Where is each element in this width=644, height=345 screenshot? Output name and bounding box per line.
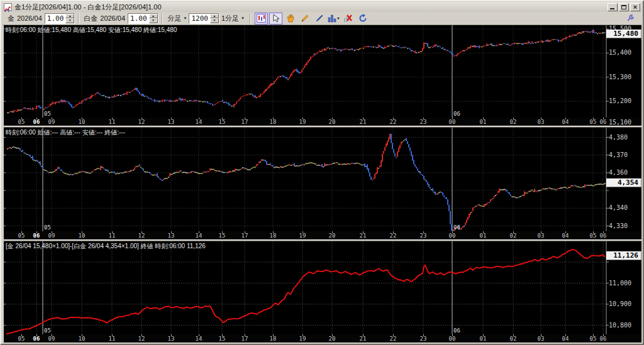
- platinum-pane[interactable]: 時刻:06:00 始値:--- 高値:--- 安値:--- 終値:--- 050…: [4, 128, 641, 239]
- platinum-multiplier-spinner[interactable]: 1.00 ▲▼: [128, 13, 158, 24]
- gold-ohlc-header: 時刻:06:00 始値:15,480 高値:15,480 安値:15,480 終…: [6, 26, 177, 35]
- time-axis-label: 22: [386, 119, 400, 125]
- time-axis-label: 20: [325, 233, 339, 239]
- time-axis-label: 00: [445, 336, 459, 342]
- pen-draw-button[interactable]: [313, 13, 326, 25]
- platinum-multiplier-value[interactable]: 1.00: [128, 14, 149, 23]
- price-axis-label: 11,000: [609, 280, 640, 287]
- time-axis-label: 19: [296, 233, 309, 239]
- platinum-label: 白金: [84, 14, 97, 23]
- gold-multiplier-value[interactable]: 1.00: [45, 14, 66, 23]
- time-axis-label: 02: [506, 233, 520, 239]
- time-axis-label: 02: [506, 336, 520, 342]
- time-axis-label: 17: [238, 119, 252, 125]
- pencil-icon: [301, 14, 309, 23]
- kline-settings-button[interactable]: [255, 13, 268, 25]
- time-axis-label: 15: [215, 233, 229, 239]
- gold-multiplier-down[interactable]: ▼: [65, 18, 74, 23]
- date-marker: 06: [453, 111, 460, 117]
- time-axis-label: 10: [75, 336, 89, 342]
- interval-count-down[interactable]: ▼: [210, 18, 219, 23]
- time-axis-label: 06: [596, 233, 610, 239]
- date-marker: 05: [44, 224, 51, 231]
- date-marker: 06: [453, 327, 460, 334]
- spread-line-plot[interactable]: [4, 241, 641, 334]
- chevron-down-icon: ▼: [184, 16, 187, 20]
- price-axis-label: 15,400: [609, 50, 640, 56]
- time-axis-label: 04: [558, 233, 572, 239]
- interval-selected-dropdown[interactable]: 1分足 ▼: [219, 13, 247, 24]
- time-axis-label: 06: [30, 233, 43, 239]
- interval-type-label: 分足: [168, 14, 182, 23]
- price-axis-label: 4,380: [609, 134, 640, 141]
- toolbar-separator: [78, 13, 79, 24]
- chart-area[interactable]: 時刻:06:00 始値:15,480 高値:15,480 安値:15,480 終…: [4, 25, 641, 342]
- wrench-settings-button[interactable]: [623, 13, 636, 25]
- time-axis-label: 05: [14, 119, 28, 125]
- window-title: 金1分足[2026/04]1.00 - 白金1分足[2026/04]1.00: [14, 3, 162, 11]
- time-axis-label: 03: [534, 119, 548, 125]
- cursor-icon: [272, 14, 280, 23]
- spread-header: [金 26/04 15,480×1.00]-[白金 26/04 4,354×1.…: [6, 242, 206, 251]
- time-axis-label: 05: [14, 233, 28, 239]
- time-axis-label: 15: [215, 119, 229, 125]
- time-axis-label: 10: [75, 233, 89, 239]
- price-axis-label: 4,370: [609, 152, 640, 158]
- time-axis-label: 22: [386, 233, 400, 239]
- maximize-button[interactable]: [619, 3, 629, 11]
- platinum-contract-month: 2026/04: [100, 14, 125, 22]
- select-cursor-button[interactable]: [269, 13, 282, 25]
- date-marker: 05: [44, 327, 51, 334]
- spread-pane[interactable]: [金 26/04 15,480×1.00]-[白金 26/04 4,354×1.…: [4, 241, 641, 342]
- gold-label: 金: [8, 14, 14, 23]
- wrench-icon: [626, 14, 635, 23]
- time-axis-label: 04: [558, 336, 572, 342]
- pencil-draw-button[interactable]: [298, 13, 311, 25]
- minimize-button[interactable]: [608, 3, 618, 11]
- interval-selected-label: 1分足: [221, 14, 239, 23]
- time-axis-label: 15: [215, 336, 229, 342]
- time-axis-label: 11: [105, 336, 119, 342]
- gold-pane[interactable]: 時刻:06:00 始値:15,480 高値:15,480 安値:15,480 終…: [4, 25, 641, 126]
- gold-candlestick-plot[interactable]: [4, 25, 641, 118]
- time-axis-label: 03: [534, 233, 548, 239]
- gold-multiplier-spinner[interactable]: 1.00 ▲▼: [45, 13, 75, 24]
- time-axis-label: 18: [266, 336, 280, 342]
- delete-x-icon: [343, 14, 353, 23]
- price-axis-label: 4,330: [609, 223, 640, 229]
- time-axis-label: 21: [356, 336, 370, 342]
- time-axis-label: 17: [238, 336, 252, 342]
- platinum-candlestick-plot[interactable]: [4, 128, 641, 231]
- time-axis-label: 13: [164, 119, 178, 125]
- interval-count-up[interactable]: ▲: [210, 14, 219, 19]
- spread-last-value-badge: 11,126: [606, 251, 641, 260]
- price-axis-label: 15,300: [609, 74, 640, 80]
- interval-type-dropdown[interactable]: 分足 ▼: [166, 13, 189, 24]
- platinum-last-price-badge: 4,354: [606, 178, 641, 187]
- app-icon: [4, 3, 12, 11]
- title-bar: 金1分足[2026/04]1.00 - 白金1分足[2026/04]1.00 ×: [3, 2, 641, 12]
- chart-window: 金1分足[2026/04]1.00 - 白金1分足[2026/04]1.00 ×…: [0, 0, 644, 345]
- date-marker: 06: [453, 224, 460, 231]
- platinum-multiplier-down[interactable]: ▼: [149, 18, 158, 23]
- delete-drawing-button[interactable]: [341, 13, 355, 25]
- platinum-multiplier-up[interactable]: ▲: [149, 14, 158, 19]
- time-axis-label: 14: [192, 233, 206, 239]
- gold-multiplier-up[interactable]: ▲: [65, 14, 74, 19]
- time-axis-label: 05: [14, 336, 28, 342]
- chart-type-button[interactable]: [327, 13, 340, 25]
- time-axis-label: 11: [105, 119, 119, 125]
- refresh-button[interactable]: [356, 13, 369, 25]
- chevron-down-icon: ▼: [241, 16, 245, 20]
- time-axis-label: 12: [135, 233, 148, 239]
- interval-count-spinner[interactable]: 1200 ▲▼: [189, 13, 219, 24]
- time-axis-label: 06: [30, 119, 43, 125]
- refresh-icon: [358, 14, 367, 23]
- pan-hand-button[interactable]: [284, 13, 297, 25]
- close-button[interactable]: ×: [630, 3, 640, 11]
- bar-chart-icon: [328, 14, 340, 23]
- time-axis-label: 14: [192, 336, 206, 342]
- time-axis-label: 22: [386, 336, 400, 342]
- price-axis-label: 10,800: [609, 322, 640, 329]
- interval-count-value[interactable]: 1200: [189, 14, 210, 23]
